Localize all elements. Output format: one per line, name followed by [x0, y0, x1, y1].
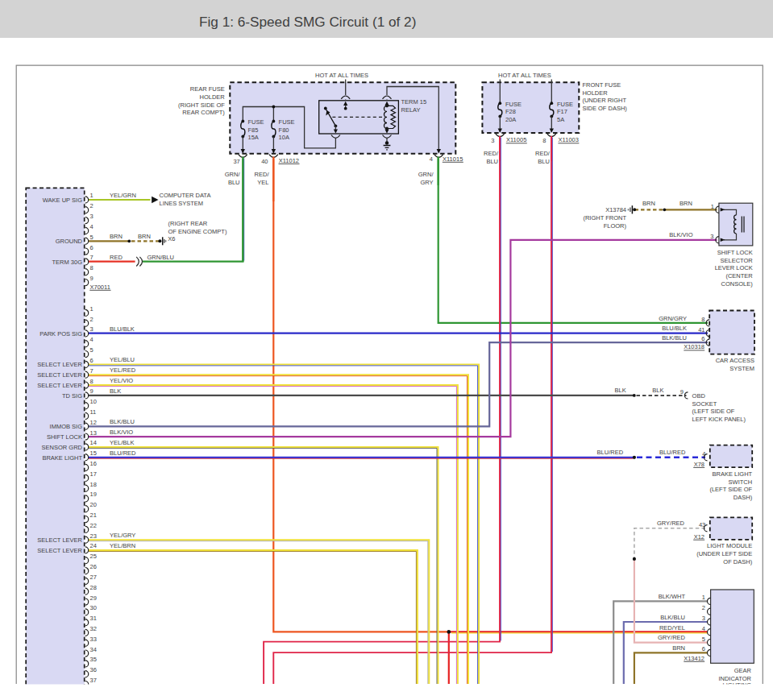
svg-text:YEL/GRN: YEL/GRN — [110, 192, 136, 199]
svg-text:BRN: BRN — [110, 233, 123, 240]
svg-text:GRY/RED: GRY/RED — [657, 520, 685, 527]
svg-text:F28: F28 — [505, 108, 516, 115]
svg-text:LEVER LOCK: LEVER LOCK — [715, 264, 753, 271]
svg-text:BRN: BRN — [138, 233, 151, 240]
svg-text:6: 6 — [90, 244, 94, 251]
svg-text:4: 4 — [430, 155, 433, 163]
svg-text:X78: X78 — [694, 461, 704, 468]
svg-text:CAR ACCESS: CAR ACCESS — [716, 357, 754, 364]
svg-text:SYSTEM: SYSTEM — [729, 365, 754, 372]
svg-text:6: 6 — [701, 335, 704, 342]
svg-text:23: 23 — [90, 532, 97, 540]
svg-text:YEL/BLK: YEL/BLK — [110, 439, 134, 446]
svg-text:YEL/BRN: YEL/BRN — [110, 542, 135, 549]
svg-text:2: 2 — [90, 202, 94, 209]
svg-text:29: 29 — [90, 594, 97, 602]
svg-text:BLU/BLK: BLU/BLK — [662, 325, 687, 332]
svg-text:6: 6 — [90, 357, 94, 364]
svg-text:BLU/RED: BLU/RED — [597, 449, 624, 456]
svg-text:31: 31 — [90, 615, 97, 622]
svg-text:36: 36 — [90, 666, 97, 673]
svg-text:LINES SYSTEM: LINES SYSTEM — [160, 200, 204, 207]
svg-text:28: 28 — [90, 584, 97, 591]
svg-text:HOLDER: HOLDER — [200, 93, 226, 101]
svg-text:8: 8 — [90, 378, 94, 385]
svg-text:5A: 5A — [557, 116, 564, 123]
svg-text:(RIGHT SIDE OF: (RIGHT SIDE OF — [178, 101, 225, 109]
svg-text:17: 17 — [90, 470, 97, 478]
svg-text:9: 9 — [680, 388, 684, 396]
svg-text:6: 6 — [702, 645, 705, 652]
svg-text:7: 7 — [90, 367, 94, 375]
svg-text:BLK/BLU: BLK/BLU — [662, 334, 687, 342]
svg-text:1: 1 — [90, 192, 94, 199]
svg-text:BLU: BLU — [538, 158, 550, 165]
svg-text:YEL/VIO: YEL/VIO — [110, 377, 133, 384]
svg-text:X11015: X11015 — [443, 155, 463, 163]
svg-text:1: 1 — [702, 594, 705, 601]
svg-text:5: 5 — [90, 234, 94, 241]
svg-text:HOT AT ALL TIMES: HOT AT ALL TIMES — [498, 72, 551, 79]
svg-text:3: 3 — [702, 615, 705, 622]
svg-text:5: 5 — [702, 636, 705, 643]
svg-text:SENSOR GRD: SENSOR GRD — [42, 444, 83, 451]
svg-text:X11012: X11012 — [279, 157, 299, 164]
svg-text:(LEFT SIDE OF: (LEFT SIDE OF — [709, 486, 752, 493]
svg-text:(LEFT SIDE OF: (LEFT SIDE OF — [692, 408, 735, 415]
svg-text:GRY: GRY — [420, 179, 433, 186]
svg-text:BLK: BLK — [652, 387, 663, 394]
svg-text:X12: X12 — [694, 533, 704, 541]
svg-text:GRN/BLU: GRN/BLU — [148, 254, 174, 261]
svg-text:REAR COMPT): REAR COMPT) — [182, 109, 225, 116]
svg-text:33: 33 — [90, 636, 97, 643]
svg-text:BRAKE LIGHT: BRAKE LIGHT — [713, 470, 753, 478]
svg-text:SELECT LEVER: SELECT LEVER — [37, 547, 82, 554]
svg-text:OF ENGINE COMPT): OF ENGINE COMPT) — [168, 228, 227, 235]
svg-text:SELECT LEVER: SELECT LEVER — [37, 536, 82, 544]
svg-text:SWITCH: SWITCH — [729, 478, 753, 486]
svg-text:X13784: X13784 — [605, 206, 626, 213]
svg-text:PARK POS SIG: PARK POS SIG — [39, 330, 82, 338]
svg-text:HOLDER: HOLDER — [582, 89, 608, 97]
svg-text:30: 30 — [90, 604, 97, 611]
svg-text:GRN/: GRN/ — [418, 171, 434, 178]
svg-text:OF DASH): OF DASH) — [723, 558, 752, 565]
svg-text:BLU/BLK: BLU/BLK — [110, 325, 135, 333]
svg-text:7: 7 — [90, 254, 94, 261]
svg-text:GRN/GRY: GRN/GRY — [659, 315, 687, 322]
svg-text:24: 24 — [90, 542, 97, 549]
svg-text:CONSOLE): CONSOLE) — [721, 280, 754, 288]
svg-text:RED: RED — [110, 254, 123, 261]
svg-text:2: 2 — [702, 604, 705, 611]
svg-text:F85: F85 — [248, 126, 259, 134]
svg-text:40: 40 — [261, 158, 268, 165]
svg-text:X6: X6 — [168, 235, 175, 242]
svg-text:YEL/BLU: YEL/BLU — [110, 356, 135, 363]
svg-text:2: 2 — [90, 316, 94, 323]
svg-text:BLK: BLK — [615, 387, 626, 394]
svg-text:20A: 20A — [505, 116, 516, 123]
svg-text:FRONT FUSE: FRONT FUSE — [582, 81, 621, 89]
svg-text:32: 32 — [90, 625, 97, 632]
svg-text:BRN: BRN — [672, 644, 685, 652]
svg-text:SELECTOR: SELECTOR — [721, 257, 754, 264]
svg-text:37: 37 — [233, 158, 239, 165]
svg-text:Fig 1: 6-Speed SMG Circuit (1: Fig 1: 6-Speed SMG Circuit (1 of 2) — [199, 14, 416, 30]
svg-text:GEAR: GEAR — [734, 667, 752, 674]
svg-text:SHIFT LOCK: SHIFT LOCK — [47, 433, 82, 441]
svg-text:10: 10 — [90, 398, 97, 405]
svg-text:3: 3 — [491, 137, 494, 144]
svg-text:3: 3 — [90, 325, 94, 333]
svg-text:16: 16 — [90, 460, 97, 467]
svg-text:BLK/VIO: BLK/VIO — [669, 231, 692, 238]
svg-text:(RIGHT REAR: (RIGHT REAR — [168, 220, 208, 227]
svg-text:YEL/RED: YEL/RED — [110, 367, 136, 374]
svg-text:21: 21 — [90, 512, 97, 519]
svg-text:SIDE OF DASH): SIDE OF DASH) — [582, 105, 627, 112]
svg-text:FUSE: FUSE — [505, 101, 522, 108]
svg-text:F17: F17 — [557, 108, 567, 115]
svg-text:TERM 15: TERM 15 — [401, 98, 427, 106]
svg-text:REAR FUSE: REAR FUSE — [190, 85, 225, 93]
svg-text:BRN: BRN — [679, 200, 692, 207]
svg-text:15: 15 — [90, 449, 97, 457]
